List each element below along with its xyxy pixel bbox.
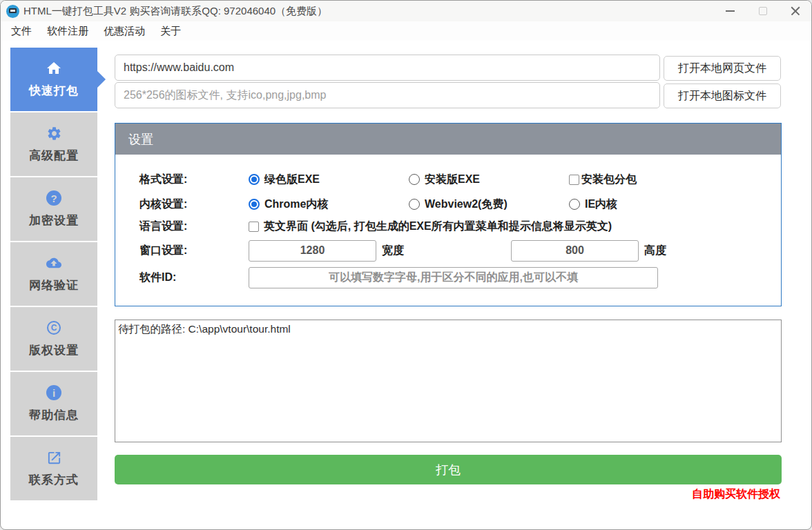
format-settings-label: 格式设置: [139,173,249,187]
app-id-label: 软件ID: [139,271,249,285]
settings-panel: 设置 格式设置: 绿色版EXE 安装版EXE 安装包分包 内核设置: Chrom… [115,123,782,306]
menu-about[interactable]: 关于 [158,23,183,39]
app-window: HTML一键打包工具V2 购买咨询请联系QQ: 972046040（免费版） 文… [0,0,812,530]
menu-register[interactable]: 软件注册 [45,23,90,39]
minimize-icon [726,10,735,12]
radio-green-exe[interactable]: 绿色版EXE [249,173,409,187]
sidebar-item-encryption[interactable]: ? 加密设置 [10,177,97,241]
window-size-label: 窗口设置: [139,244,249,258]
external-link-icon [46,449,62,466]
checkbox-installer-split[interactable]: 安装包分包 [569,173,729,187]
radio-webview2-kernel[interactable]: Webview2(免费) [409,197,569,212]
home-icon [46,60,62,77]
open-local-icon-button[interactable]: 打开本地图标文件 [664,84,781,108]
sidebar-item-advanced-config[interactable]: 高级配置 [10,112,97,176]
app-id-row: 软件ID: [139,267,771,288]
menu-promotions[interactable]: 优惠活动 [102,23,147,39]
copyright-icon: C [47,320,61,336]
log-output[interactable] [115,320,782,442]
sidebar: 快速打包 高级配置 ? 加密设置 网络验证 C 版权设置 [10,48,97,502]
checkbox-icon [569,175,579,185]
language-settings-label: 语言设置: [139,219,249,234]
sidebar-item-network-verify[interactable]: 网络验证 [10,242,97,306]
sidebar-item-copyright[interactable]: C 版权设置 [10,307,97,371]
format-settings-row: 格式设置: 绿色版EXE 安装版EXE 安装包分包 [139,169,771,190]
height-unit-label: 高度 [644,244,666,258]
radio-icon [249,174,260,185]
width-unit-label: 宽度 [382,244,404,258]
app-logo-icon [6,5,19,18]
title-bar: HTML一键打包工具V2 购买咨询请联系QQ: 972046040（免费版） [1,1,811,21]
menu-bar: 文件 软件注册 优惠活动 关于 [1,21,811,41]
open-local-html-button[interactable]: 打开本地网页文件 [664,56,781,81]
maximize-icon [759,7,767,15]
question-icon: ? [46,190,61,206]
url-input[interactable] [115,55,660,81]
kernel-settings-label: 内核设置: [139,197,249,212]
window-size-row: 窗口设置: 宽度 高度 [139,240,771,261]
radio-ie-kernel[interactable]: IE内核 [569,197,729,212]
radio-icon [569,199,580,210]
sidebar-item-help[interactable]: i 帮助信息 [10,372,97,435]
language-settings-row: 语言设置: 英文界面 (勾选后, 打包生成的EXE所有内置菜单和提示信息将显示英… [139,216,771,237]
cloud-upload-icon [45,255,63,271]
icon-file-input[interactable] [115,82,660,108]
app-id-input[interactable] [249,267,658,288]
minimize-button[interactable] [714,1,746,21]
menu-file[interactable]: 文件 [9,23,34,39]
radio-installer-exe[interactable]: 安装版EXE [409,173,569,187]
maximize-button[interactable] [746,1,779,21]
settings-title: 设置 [128,131,153,148]
settings-panel-header: 设置 [115,124,781,155]
radio-chrome-kernel[interactable]: Chrome内核 [249,197,409,212]
checkbox-english-ui[interactable]: 英文界面 (勾选后, 打包生成的EXE所有内置菜单和提示信息将显示英文) [249,219,612,234]
info-icon: i [46,384,61,401]
radio-icon [409,199,420,210]
radio-icon [249,199,260,210]
close-icon [790,6,801,17]
gear-icon [46,125,62,141]
close-button[interactable] [779,1,811,21]
radio-icon [409,174,420,185]
window-height-input[interactable] [511,240,639,262]
checkbox-icon [249,222,259,232]
buy-license-link[interactable]: 自助购买软件授权 [692,487,780,502]
sidebar-item-quick-package[interactable]: 快速打包 [10,48,97,111]
window-title: HTML一键打包工具V2 购买咨询请联系QQ: 972046040（免费版） [23,5,327,18]
window-width-input[interactable] [249,240,376,262]
kernel-settings-row: 内核设置: Chrome内核 Webview2(免费) IE内核 [139,194,771,215]
sidebar-item-contact[interactable]: 联系方式 [10,437,97,500]
package-button[interactable]: 打包 [115,455,782,484]
